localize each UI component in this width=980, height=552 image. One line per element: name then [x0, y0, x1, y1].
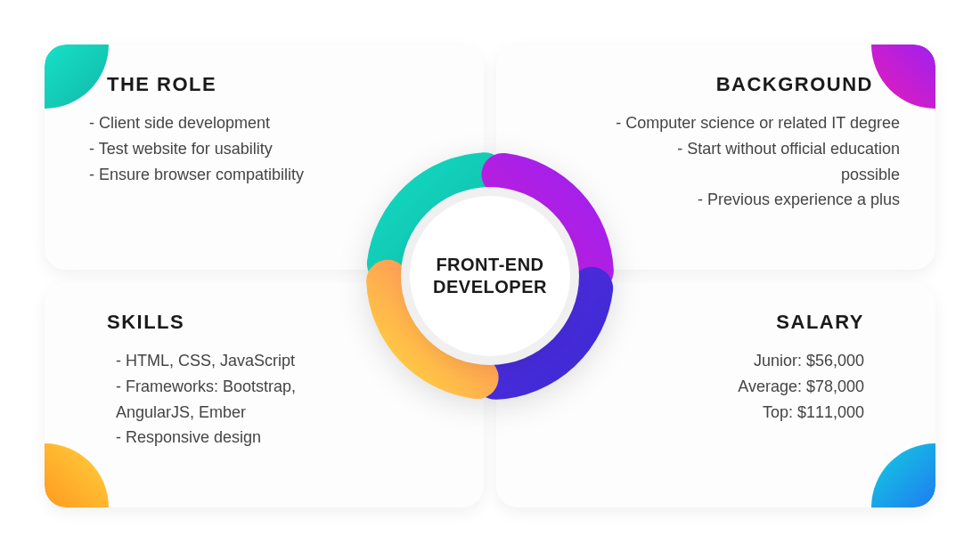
list-item: Previous experience a plus	[615, 187, 900, 213]
accent-leaf-blue	[871, 443, 935, 507]
card-skills-title: SKILLS	[80, 311, 448, 334]
card-salary: SALARY Junior: $56,000Average: $78,000To…	[496, 282, 935, 507]
list-item: Junior: $56,000	[633, 348, 864, 374]
list-item: Client side development	[89, 110, 365, 136]
list-item: Responsive design	[116, 425, 365, 451]
list-item: Start without official education possibl…	[615, 136, 900, 188]
card-salary-title: SALARY	[532, 311, 900, 334]
card-skills: SKILLS HTML, CSS, JavaScriptFrameworks: …	[45, 282, 484, 507]
card-role-items: Client side developmentTest website for …	[80, 110, 365, 187]
card-skills-items: HTML, CSS, JavaScriptFrameworks: Bootstr…	[80, 348, 365, 451]
list-item: Test website for usability	[89, 136, 365, 162]
list-item: Top: $111,000	[633, 400, 864, 426]
card-salary-items: Junior: $56,000Average: $78,000Top: $111…	[633, 348, 900, 425]
card-role: THE ROLE Client side developmentTest web…	[45, 45, 484, 270]
info-grid: THE ROLE Client side developmentTest web…	[45, 45, 935, 507]
card-background-items: Computer science or related IT degreeSta…	[615, 110, 900, 213]
card-background-title: BACKGROUND	[532, 73, 900, 96]
list-item: Ensure browser compatibility	[89, 162, 365, 188]
accent-leaf-magenta	[871, 45, 935, 109]
list-item: Computer science or related IT degree	[615, 110, 900, 136]
list-item: HTML, CSS, JavaScript	[116, 348, 365, 374]
list-item: Average: $78,000	[633, 374, 864, 400]
list-item: Frameworks: Bootstrap, AngularJS, Ember	[116, 374, 365, 426]
card-role-title: THE ROLE	[80, 73, 448, 96]
accent-leaf-orange	[45, 443, 109, 507]
card-background: BACKGROUND Computer science or related I…	[496, 45, 935, 270]
accent-leaf-teal	[45, 45, 109, 109]
